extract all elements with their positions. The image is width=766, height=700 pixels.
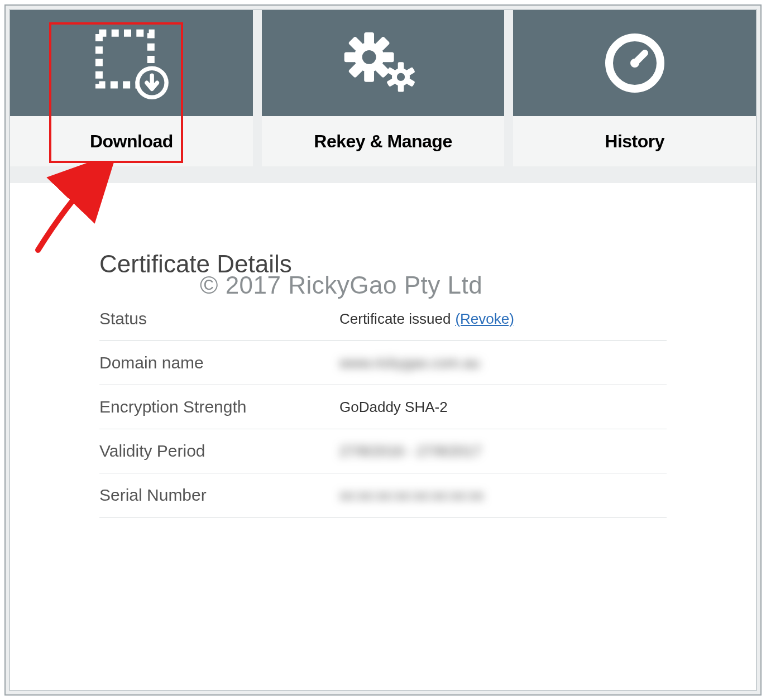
row-status: Status Certificate issued (Revoke): [99, 297, 667, 341]
certificate-details-panel: Certificate Details © 2017 RickyGao Pty …: [10, 183, 756, 690]
svg-rect-6: [382, 52, 394, 62]
svg-rect-17: [398, 84, 404, 92]
serial-number-text: xx:xx:xx:xx:xx:xx:xx:xx: [339, 487, 484, 504]
svg-rect-14: [398, 62, 404, 70]
tab-label-zone: History: [513, 116, 756, 166]
tab-history[interactable]: History: [513, 10, 756, 166]
svg-rect-8: [364, 70, 374, 81]
tab-bar: Download: [10, 10, 756, 166]
label-encryption-strength: Encryption Strength: [99, 397, 339, 416]
tab-icon-zone: [262, 10, 505, 116]
validity-period-text: 27/8/2016 - 27/8/2017: [339, 443, 481, 460]
row-domain-name: Domain name www.rickygao.com.au: [99, 341, 667, 385]
row-validity-period: Validity Period 27/8/2016 - 27/8/2017: [99, 429, 667, 473]
tab-icon-zone: [513, 10, 756, 116]
tab-label: Rekey & Manage: [314, 131, 452, 152]
svg-point-22: [630, 59, 639, 68]
svg-point-20: [397, 73, 405, 81]
row-serial-number: Serial Number xx:xx:xx:xx:xx:xx:xx:xx: [99, 473, 667, 517]
certificate-details-title: Certificate Details: [99, 250, 667, 278]
status-text: Certificate issued: [339, 310, 451, 328]
revoke-link[interactable]: (Revoke): [455, 310, 514, 328]
svg-point-12: [362, 50, 376, 64]
svg-rect-4: [364, 32, 374, 44]
tab-label: Download: [90, 131, 173, 152]
label-status: Status: [99, 309, 339, 328]
panel: Download: [9, 9, 757, 691]
value-validity-period: 27/8/2016 - 27/8/2017: [339, 443, 481, 460]
value-status: Certificate issued (Revoke): [339, 310, 514, 328]
tab-label-zone: Rekey & Manage: [262, 116, 505, 166]
tab-label: History: [605, 131, 664, 152]
tab-rekey-manage[interactable]: Rekey & Manage: [262, 10, 505, 166]
tab-label-zone: Download: [10, 116, 253, 166]
tab-icon-zone: [10, 10, 253, 116]
value-encryption-strength: GoDaddy SHA-2: [339, 399, 448, 416]
download-certificate-icon: [89, 27, 173, 99]
svg-rect-10: [344, 52, 356, 62]
label-serial-number: Serial Number: [99, 486, 339, 505]
gears-icon: [338, 27, 428, 99]
label-domain-name: Domain name: [99, 353, 339, 372]
window-frame: Download: [4, 4, 762, 696]
domain-name-text: www.rickygao.com.au: [339, 354, 480, 372]
label-validity-period: Validity Period: [99, 442, 339, 461]
value-serial-number: xx:xx:xx:xx:xx:xx:xx:xx: [339, 487, 484, 504]
value-domain-name: www.rickygao.com.au: [339, 354, 480, 372]
clock-icon: [601, 30, 668, 97]
tab-download[interactable]: Download: [10, 10, 253, 166]
row-encryption-strength: Encryption Strength GoDaddy SHA-2: [99, 385, 667, 429]
